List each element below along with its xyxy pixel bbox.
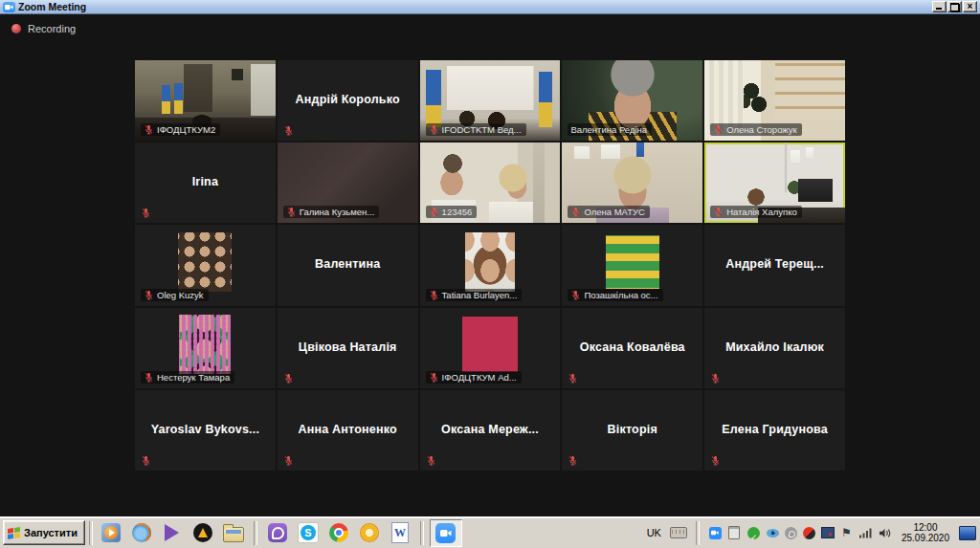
taskbar-app-kmplayer[interactable] (158, 519, 187, 547)
tray-security-icon[interactable] (802, 526, 816, 540)
media-player-icon (101, 523, 121, 542)
taskbar-app-chrome[interactable] (324, 519, 353, 547)
tray-zoom-icon[interactable] (708, 526, 723, 540)
kmplayer-icon (165, 524, 179, 541)
muted-mic-icon (283, 373, 294, 384)
participant-tile[interactable]: Елена Гридунова (704, 390, 845, 471)
taskbar-app-file-manager[interactable] (219, 519, 248, 547)
participant-name: Олена МАТУС (584, 206, 645, 218)
taskbar-app-word[interactable] (386, 519, 414, 547)
tray-flag-icon[interactable] (839, 526, 854, 540)
participant-tile[interactable]: Олена Сторожук (704, 60, 845, 141)
participant-name: Елена Гридунова (710, 423, 839, 436)
minimize-button[interactable] (932, 1, 947, 12)
participant-name: ІФОДЦТКУМ Ad... (442, 371, 517, 384)
tray-volume-icon[interactable] (878, 526, 892, 540)
participant-name: Tatiana Burlayen... (442, 289, 518, 301)
taskbar-app-viber[interactable] (263, 519, 292, 547)
participant-tile[interactable]: Вікторія (562, 390, 702, 471)
close-button[interactable]: × (963, 1, 977, 12)
muted-mic-icon (144, 372, 154, 383)
taskbar-app-skype[interactable] (294, 519, 323, 547)
muted-mic-indicator (426, 455, 436, 466)
participant-tile[interactable]: Анна Антоненко (278, 390, 418, 471)
taskbar-separator (254, 521, 257, 545)
taskbar-app-firefox[interactable] (127, 519, 156, 547)
recording-label: Recording (28, 23, 76, 34)
windows-logo-icon (8, 527, 20, 539)
keyboard-icon[interactable] (670, 527, 687, 538)
tray-display-icon[interactable] (821, 527, 835, 538)
participant-tile[interactable]: Валентина Редіна (562, 60, 702, 141)
muted-mic-icon (570, 290, 581, 300)
muted-mic-icon (710, 373, 721, 384)
quick-launch-bar (97, 519, 462, 547)
start-button-label: Запустити (24, 527, 78, 538)
tray-phone-icon[interactable] (785, 527, 797, 539)
taskbar-clock[interactable]: 12:00 25.09.2020 (902, 522, 949, 543)
participant-name-label: IFODCTKTM Вед... (426, 123, 526, 136)
taskbar: Запустити UK 12: (0, 516, 980, 548)
muted-mic-icon (144, 124, 154, 135)
aimp-icon (193, 523, 212, 542)
participant-tile[interactable]: Irina (135, 142, 276, 223)
participant-name-label: Нестерук Тамара (141, 371, 234, 384)
participant-tile[interactable]: ІФОДЦТКУМ Ad... (420, 308, 561, 388)
skype-icon (298, 522, 319, 543)
muted-mic-icon (144, 290, 154, 300)
participant-name-label: 123456 (426, 206, 478, 218)
participant-tile[interactable]: Михайло Ікалюк (704, 308, 845, 388)
tray-update-ok-icon[interactable] (746, 526, 761, 540)
language-indicator[interactable]: UK (643, 527, 665, 538)
participant-tile[interactable]: Позашкільна ос... (562, 225, 702, 305)
muted-mic-indicator (710, 373, 721, 384)
muted-mic-icon (568, 455, 578, 466)
muted-mic-icon (429, 372, 439, 383)
participant-tile[interactable]: Оксана Мереж... (420, 390, 561, 471)
participant-tile[interactable]: Валентина (278, 225, 418, 305)
participant-tile[interactable]: Цвікова Наталія (278, 308, 418, 388)
participant-name: Наталія Халупко (726, 206, 797, 218)
restore-button[interactable] (947, 1, 962, 12)
muted-mic-icon (710, 455, 721, 466)
tray-network-signal-icon[interactable] (858, 526, 873, 540)
start-button[interactable]: Запустити (3, 520, 85, 545)
participant-photo (178, 232, 232, 292)
participant-tile[interactable]: Андрей Терещ... (704, 225, 845, 305)
participant-tile[interactable]: Андрій Королько (278, 60, 418, 141)
clock-time: 12:00 (902, 522, 949, 533)
participant-name: Галина Кузьмен... (300, 206, 374, 218)
tray-clipboard-icon[interactable] (727, 526, 742, 540)
muted-mic-icon (141, 455, 151, 466)
muted-mic-icon (429, 207, 439, 217)
participant-name-label: ІФОДЦТКУМ2 (141, 123, 220, 136)
window-titlebar: Zoom Meeting × (0, 0, 980, 14)
participant-tile[interactable]: Yaroslav Bykovs... (135, 390, 276, 471)
participant-tile[interactable]: Олена МАТУС (562, 142, 702, 223)
muted-mic-indicator (141, 455, 151, 466)
participant-tile[interactable]: Оксана Ковалёва (562, 308, 702, 388)
participant-tile[interactable]: Наталія Халупко (704, 142, 845, 223)
taskbar-separator (696, 521, 700, 545)
participant-tile[interactable]: 123456 (420, 142, 561, 223)
show-desktop-icon[interactable] (959, 526, 976, 540)
muted-mic-icon (568, 373, 578, 384)
participant-tile[interactable]: Нестерук Тамара (135, 308, 276, 388)
taskbar-app-aimp[interactable] (189, 519, 217, 547)
firefox-icon (132, 523, 151, 542)
participant-tile[interactable]: IFODCTKTM Вед... (420, 60, 561, 141)
meeting-content: Recording ІФОДЦТКУМ2Андрій КоролькоIFODC… (0, 14, 980, 516)
participant-name: Олена Сторожук (726, 123, 797, 136)
participant-tile[interactable]: Tatiana Burlayen... (420, 225, 561, 305)
participant-tile[interactable]: Галина Кузьмен... (278, 142, 418, 223)
word-icon (391, 522, 409, 543)
participant-tile[interactable]: Oleg Kuzyk (135, 225, 276, 305)
taskbar-app-media-player[interactable] (97, 519, 125, 547)
taskbar-app-gold-browser[interactable] (355, 519, 384, 547)
tray-viewer-eye-icon[interactable] (766, 526, 780, 540)
muted-mic-icon (283, 455, 294, 466)
participant-name: Yaroslav Bykovs... (141, 423, 270, 436)
taskbar-app-zoom-active[interactable] (430, 519, 462, 547)
participant-tile[interactable]: ІФОДЦТКУМ2 (135, 60, 276, 141)
participant-name: Валентина Редіна (570, 123, 647, 136)
